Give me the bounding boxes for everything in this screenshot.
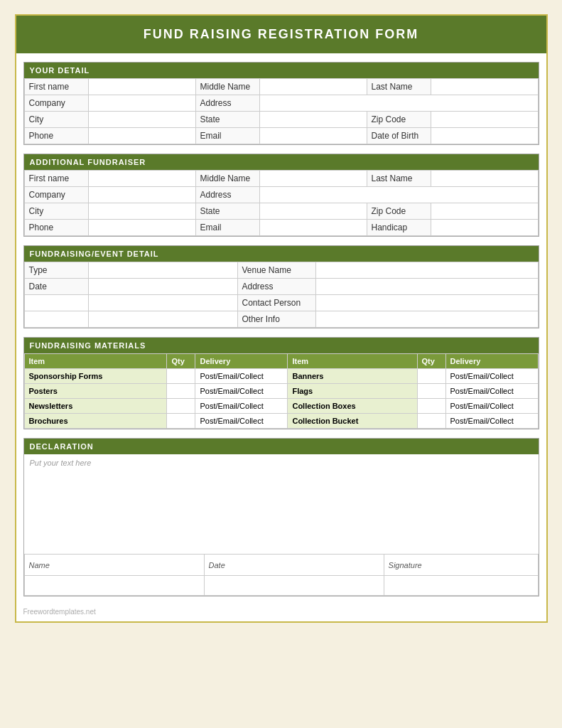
address-value[interactable] (259, 95, 538, 112)
delivery-posters: Post/Email/Collect (195, 384, 288, 399)
other-info-value[interactable] (315, 311, 538, 328)
af-last-name-label: Last Name (367, 171, 431, 187)
af-middle-name-value[interactable] (259, 171, 367, 187)
last-name-label: Last Name (367, 79, 431, 95)
item-newsletters: Newsletters (24, 399, 167, 414)
additional-fundraiser-header: ADDITIONAL FUNDRAISER (24, 154, 539, 170)
venue-name-value[interactable] (315, 262, 538, 279)
date-value[interactable] (88, 279, 237, 295)
af-first-name-value[interactable] (88, 171, 195, 187)
af-state-value[interactable] (259, 203, 367, 220)
af-zip-label: Zip Code (367, 203, 431, 220)
materials-column-headers: Item Qty Delivery Item Qty Delivery (24, 354, 538, 369)
table-row: City State Zip Code (24, 203, 538, 220)
materials-section: FUNDRAISING MATERIALS Item Qty Delivery … (23, 337, 539, 429)
address-label: Address (195, 95, 259, 112)
signature-table: Name Date Signature (24, 554, 539, 596)
first-name-label: First name (24, 79, 88, 95)
additional-fundraiser-section: ADDITIONAL FUNDRAISER First name Middle … (23, 154, 539, 237)
name-sig-value[interactable] (24, 576, 204, 596)
city-label: City (24, 112, 88, 128)
delivery-sponsorship-forms: Post/Email/Collect (195, 369, 288, 384)
declaration-placeholder[interactable]: Put your text here (24, 454, 539, 511)
item-collection-boxes: Collection Boxes (288, 399, 417, 414)
zip-label: Zip Code (367, 112, 431, 128)
empty-cell-2 (88, 295, 237, 311)
footer-text: Freewordtemplates.net (23, 608, 96, 616)
empty-cell-1 (24, 295, 88, 311)
af-city-value[interactable] (88, 203, 195, 220)
last-name-value[interactable] (431, 79, 538, 95)
col-item-right: Item (288, 354, 417, 369)
empty-cell-4 (88, 311, 237, 328)
qty-collection-bucket[interactable] (417, 414, 445, 429)
middle-name-value[interactable] (259, 79, 367, 95)
signature-sig-value[interactable] (384, 576, 538, 596)
af-email-value[interactable] (259, 220, 367, 236)
state-label: State (195, 112, 259, 128)
col-item-left: Item (24, 354, 167, 369)
af-zip-value[interactable] (431, 203, 538, 220)
your-detail-section: YOUR DETAIL First name Middle Name Last … (23, 62, 539, 145)
af-state-label: State (195, 203, 259, 220)
delivery-collection-bucket: Post/Email/Collect (445, 414, 538, 429)
delivery-collection-boxes: Post/Email/Collect (445, 399, 538, 414)
qty-brochures[interactable] (167, 414, 195, 429)
declaration-text-area[interactable] (24, 511, 539, 554)
your-detail-header: YOUR DETAIL (24, 63, 539, 78)
af-city-label: City (24, 203, 88, 220)
qty-collection-boxes[interactable] (417, 399, 445, 414)
company-value[interactable] (88, 95, 195, 112)
item-banners: Banners (288, 369, 417, 384)
state-value[interactable] (259, 112, 367, 128)
qty-newsletters[interactable] (167, 399, 195, 414)
table-row: First name Middle Name Last Name (24, 171, 538, 187)
dob-label: Date of Birth (367, 128, 431, 144)
date-sig-label: Date (204, 555, 384, 576)
item-brochures: Brochures (24, 414, 167, 429)
date-label: Date (24, 279, 88, 295)
item-collection-bucket: Collection Bucket (288, 414, 417, 429)
phone-value[interactable] (88, 128, 195, 144)
event-detail-table: Type Venue Name Date Address Contact Per… (24, 262, 539, 328)
event-detail-header: FUNDRAISING/EVENT DETAIL (24, 246, 539, 262)
first-name-value[interactable] (88, 79, 195, 95)
email-value[interactable] (259, 128, 367, 144)
af-handicap-value[interactable] (431, 220, 538, 236)
table-row: Type Venue Name (24, 262, 538, 279)
table-row: First name Middle Name Last Name (24, 79, 538, 95)
af-company-value[interactable] (88, 187, 195, 203)
materials-table: Item Qty Delivery Item Qty Delivery Spon… (24, 353, 539, 429)
materials-row-4: Brochures Post/Email/Collect Collection … (24, 414, 538, 429)
af-phone-value[interactable] (88, 220, 195, 236)
type-value[interactable] (88, 262, 237, 279)
materials-row-3: Newsletters Post/Email/Collect Collectio… (24, 399, 538, 414)
zip-value[interactable] (431, 112, 538, 128)
contact-person-value[interactable] (315, 295, 538, 311)
af-first-name-label: First name (24, 171, 88, 187)
your-detail-table: First name Middle Name Last Name Company… (24, 78, 539, 144)
af-handicap-label: Handicap (367, 220, 431, 236)
declaration-header: DECLARATION (24, 439, 539, 454)
delivery-banners: Post/Email/Collect (445, 369, 538, 384)
table-row: Company Address (24, 95, 538, 112)
signature-row: Name Date Signature (24, 555, 538, 576)
qty-sponsorship-forms[interactable] (167, 369, 195, 384)
city-value[interactable] (88, 112, 195, 128)
event-address-value[interactable] (315, 279, 538, 295)
date-sig-value[interactable] (204, 576, 384, 596)
qty-posters[interactable] (167, 384, 195, 399)
af-email-label: Email (195, 220, 259, 236)
materials-header: FUNDRAISING MATERIALS (24, 338, 539, 353)
qty-banners[interactable] (417, 369, 445, 384)
delivery-flags: Post/Email/Collect (445, 384, 538, 399)
contact-person-label: Contact Person (237, 295, 315, 311)
phone-label: Phone (24, 128, 88, 144)
table-row: Company Address (24, 187, 538, 203)
af-address-value[interactable] (259, 187, 538, 203)
qty-flags[interactable] (417, 384, 445, 399)
delivery-brochures: Post/Email/Collect (195, 414, 288, 429)
dob-value[interactable] (431, 128, 538, 144)
af-last-name-value[interactable] (431, 171, 538, 187)
event-detail-section: FUNDRAISING/EVENT DETAIL Type Venue Name… (23, 245, 539, 328)
